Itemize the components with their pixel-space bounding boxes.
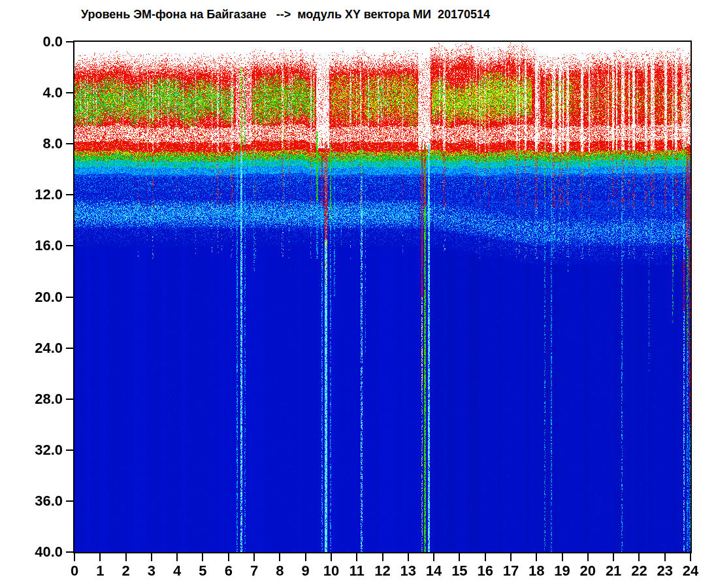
- y-axis-tick: [66, 245, 73, 246]
- y-axis-tick: [66, 449, 73, 451]
- x-axis-tick-label: 7: [250, 563, 258, 580]
- x-axis-tick-label: 1: [96, 563, 104, 580]
- x-axis-tick-label: 2: [122, 563, 129, 580]
- x-axis-tick: [562, 553, 563, 561]
- x-axis-tick-label: 22: [631, 563, 647, 580]
- y-axis-tick-label: 32.0: [16, 442, 63, 459]
- x-axis-tick-label: 3: [148, 563, 155, 580]
- y-axis-tick: [66, 399, 73, 400]
- x-axis-tick: [433, 553, 434, 561]
- x-axis-tick: [253, 553, 255, 561]
- y-axis-tick-label: 36.0: [16, 493, 63, 510]
- y-axis-tick: [66, 551, 73, 553]
- y-axis-tick: [66, 92, 73, 93]
- y-axis-tick: [66, 297, 73, 298]
- x-axis-tick: [202, 553, 203, 561]
- x-axis-tick: [690, 553, 691, 561]
- y-axis-tick: [66, 143, 73, 144]
- y-axis-tick-label: 4.0: [16, 84, 63, 101]
- x-axis-tick-label: 20: [580, 563, 596, 580]
- x-axis-tick-label: 18: [529, 563, 544, 580]
- chart-title: Уровень ЭМ-фона на Байгазане --> модуль …: [81, 8, 490, 22]
- y-axis-tick-label: 28.0: [16, 391, 63, 408]
- x-axis-tick-label: 10: [323, 563, 339, 580]
- x-axis-tick-label: 13: [400, 563, 416, 580]
- x-axis-tick: [510, 553, 512, 561]
- y-axis-tick-label: 20.0: [16, 289, 63, 306]
- x-axis-tick-label: 17: [503, 563, 519, 580]
- x-axis-tick: [151, 553, 152, 561]
- x-axis-tick-label: 21: [606, 563, 621, 580]
- x-axis-tick: [485, 553, 486, 561]
- x-axis-tick-label: 19: [554, 563, 570, 580]
- x-axis-tick-label: 0: [71, 563, 78, 580]
- x-axis-tick: [664, 553, 666, 561]
- y-axis-tick: [66, 348, 73, 349]
- x-axis-tick: [638, 553, 640, 561]
- x-axis-tick: [536, 553, 537, 561]
- x-axis-tick: [74, 553, 75, 561]
- x-axis-tick-label: 8: [276, 563, 284, 580]
- x-axis-tick: [613, 553, 614, 561]
- x-axis-tick-label: 11: [350, 563, 365, 580]
- spectrogram-canvas: [74, 42, 691, 552]
- y-axis-tick-label: 8.0: [16, 135, 63, 152]
- x-axis-tick: [382, 553, 383, 561]
- y-axis-tick: [66, 500, 73, 502]
- x-axis-tick-label: 23: [657, 563, 672, 580]
- x-axis-tick-label: 14: [426, 563, 442, 580]
- x-axis-tick-label: 24: [683, 563, 698, 580]
- y-axis-tick: [66, 194, 73, 195]
- y-axis-tick-label: 24.0: [16, 340, 63, 357]
- y-axis-tick-label: 40.0: [16, 544, 63, 561]
- x-axis-tick-label: 16: [477, 563, 493, 580]
- x-axis-tick: [99, 553, 101, 561]
- plot-frame: [73, 41, 692, 553]
- x-axis-tick-label: 12: [374, 563, 390, 580]
- x-axis-tick: [587, 553, 589, 561]
- x-axis-tick: [279, 553, 280, 561]
- x-axis-tick: [356, 553, 357, 561]
- x-axis-tick: [125, 553, 127, 561]
- spectrogram-app-window: Уровень ЭМ-фона на Байгазане --> модуль …: [0, 0, 716, 588]
- x-axis-tick-label: 6: [225, 563, 233, 580]
- y-axis-tick: [66, 41, 73, 42]
- y-axis-tick-label: 16.0: [16, 237, 63, 254]
- x-axis-tick: [176, 553, 178, 561]
- x-axis-tick: [331, 553, 332, 561]
- x-axis-tick: [459, 553, 460, 561]
- y-axis-tick-label: 0.0: [16, 33, 63, 50]
- x-axis-tick: [408, 553, 409, 561]
- y-axis-tick-label: 12.0: [16, 186, 63, 203]
- x-axis-tick: [305, 553, 306, 561]
- x-axis-tick-label: 9: [302, 563, 310, 580]
- x-axis-tick-label: 4: [173, 563, 181, 580]
- x-axis-tick: [228, 553, 229, 561]
- x-axis-tick-label: 15: [451, 563, 467, 580]
- x-axis-tick-label: 5: [199, 563, 206, 580]
